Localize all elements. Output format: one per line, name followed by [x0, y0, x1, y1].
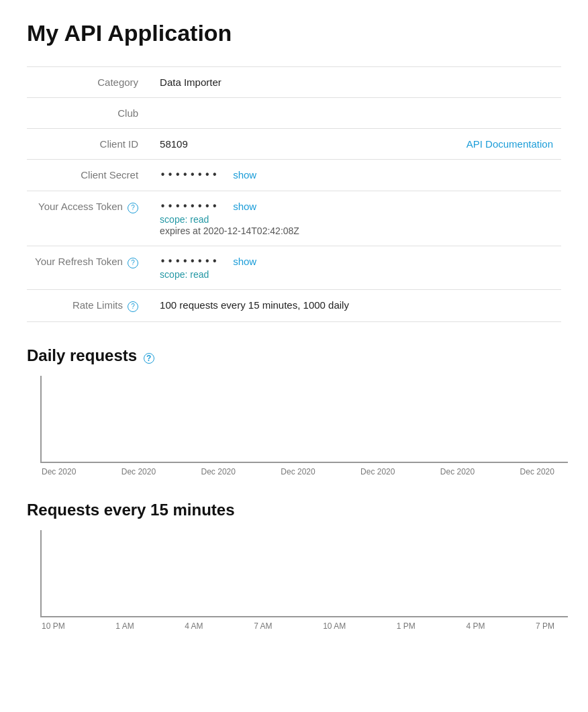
- refresh-token-show-link[interactable]: show: [233, 256, 256, 267]
- club-label: Club: [27, 98, 152, 129]
- refresh-token-masked: ••••••••: [160, 256, 219, 268]
- refresh-token-value: •••••••• show scope: read: [152, 246, 427, 290]
- access-token-show-link[interactable]: show: [233, 201, 256, 212]
- access-token-masked-row: •••••••• show: [160, 201, 419, 213]
- refresh-token-masked-row: •••••••• show: [160, 256, 419, 268]
- daily-requests-title: Daily requests ?: [27, 346, 561, 365]
- requests-15min-section: Requests every 15 minutes 10 PM 1 AM 4 A…: [27, 501, 561, 631]
- refresh-token-scope: scope: read: [160, 269, 419, 280]
- rate-limits-label: Rate Limits ?: [27, 290, 152, 322]
- requests-15min-title: Requests every 15 minutes: [27, 501, 561, 519]
- access-token-value: •••••••• show scope: read expires at 202…: [152, 191, 427, 246]
- table-row-access-token: Your Access Token ? •••••••• show scope:…: [27, 191, 561, 246]
- daily-requests-chart: [40, 376, 568, 463]
- access-token-scope: scope: read: [160, 214, 419, 225]
- client-secret-masked: ••••••••: [160, 169, 219, 181]
- table-row-club: Club: [27, 98, 561, 129]
- info-table: Category Data Importer Club Client ID 58…: [27, 66, 561, 322]
- client-secret-label: Client Secret: [27, 160, 152, 191]
- club-value: [152, 98, 427, 129]
- category-value: Data Importer: [152, 67, 427, 98]
- client-secret-show-link[interactable]: show: [233, 169, 256, 181]
- access-token-help-icon[interactable]: ?: [128, 203, 138, 213]
- refresh-token-label: Your Refresh Token ?: [27, 246, 152, 290]
- category-label: Category: [27, 67, 152, 98]
- client-id-value: 58109: [152, 129, 427, 160]
- table-row-refresh-token: Your Refresh Token ? •••••••• show scope…: [27, 246, 561, 290]
- access-token-label: Your Access Token ?: [27, 191, 152, 246]
- access-token-masked: ••••••••: [160, 201, 219, 213]
- page-title: My API Application: [27, 20, 561, 46]
- table-row-category: Category Data Importer: [27, 67, 561, 98]
- client-id-label: Client ID: [27, 129, 152, 160]
- requests-15min-chart-wrapper: 10 PM 1 AM 4 AM 7 AM 10 AM 1 PM 4 PM 7 P…: [34, 530, 561, 631]
- rate-limits-help-icon[interactable]: ?: [128, 301, 138, 312]
- table-row-rate-limits: Rate Limits ? 100 requests every 15 minu…: [27, 290, 561, 322]
- requests-15min-chart: [40, 530, 568, 617]
- refresh-token-help-icon[interactable]: ?: [128, 258, 138, 268]
- daily-requests-x-labels: Dec 2020 Dec 2020 Dec 2020 Dec 2020 Dec …: [34, 463, 561, 476]
- api-documentation-link[interactable]: API Documentation: [467, 138, 553, 150]
- requests-15min-x-labels: 10 PM 1 AM 4 AM 7 AM 10 AM 1 PM 4 PM 7 P…: [34, 617, 561, 631]
- daily-requests-help-icon[interactable]: ?: [144, 353, 154, 364]
- rate-limits-value: 100 requests every 15 minutes, 1000 dail…: [152, 290, 427, 322]
- table-row-client-id: Client ID 58109 API Documentation: [27, 129, 561, 160]
- table-row-client-secret: Client Secret •••••••• show: [27, 160, 561, 191]
- client-secret-value: •••••••• show: [152, 160, 427, 191]
- daily-requests-section: Daily requests ? Dec 2020 Dec 2020 Dec 2…: [27, 346, 561, 476]
- access-token-expires: expires at 2020-12-14T02:42:08Z: [160, 225, 419, 236]
- daily-requests-chart-wrapper: Dec 2020 Dec 2020 Dec 2020 Dec 2020 Dec …: [34, 376, 561, 476]
